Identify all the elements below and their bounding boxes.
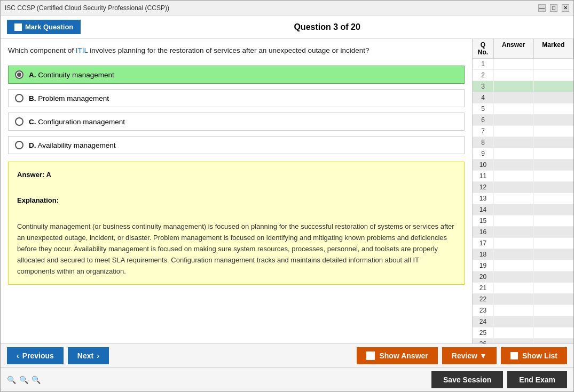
question-row-4[interactable]: 4 (473, 92, 573, 103)
q-marked-1 (534, 59, 573, 69)
zoom-out-button[interactable]: 🔍 (19, 375, 28, 384)
q-marked-15 (534, 215, 573, 226)
q-marked-22 (534, 294, 573, 305)
question-row-21[interactable]: 21 (473, 283, 573, 294)
save-session-button[interactable]: Save Session (431, 371, 503, 388)
q-number-10: 10 (473, 159, 494, 170)
question-row-20[interactable]: 20 (473, 271, 573, 283)
q-number-6: 6 (473, 115, 494, 125)
q-answer-21 (494, 283, 534, 293)
q-marked-19 (534, 260, 573, 271)
next-button[interactable]: Next › (68, 347, 109, 364)
question-row-6[interactable]: 6 (473, 115, 573, 126)
question-row-12[interactable]: 12 (473, 182, 573, 193)
question-row-13[interactable]: 13 (473, 193, 573, 204)
question-row-7[interactable]: 7 (473, 126, 573, 137)
q-number-5: 5 (473, 103, 494, 114)
show-list-button[interactable]: ✓ Show List (501, 347, 567, 364)
q-answer-4 (494, 92, 534, 103)
q-number-12: 12 (473, 182, 494, 193)
question-row-26[interactable]: 26 (473, 339, 573, 343)
q-answer-19 (494, 260, 534, 271)
q-number-23: 23 (473, 305, 494, 316)
option-d[interactable]: D. Availability management (8, 136, 465, 154)
main-window: ISC CCSP (Certified Cloud Security Profe… (0, 0, 574, 392)
option-a[interactable]: A. Continuity management (8, 66, 465, 84)
maximize-button[interactable]: □ (550, 4, 557, 12)
question-row-14[interactable]: 14 (473, 204, 573, 215)
option-b-radio (15, 94, 23, 102)
zoom-out-large-button[interactable]: 🔍 (7, 375, 16, 384)
explanation-label: Explanation: (17, 195, 455, 206)
question-title: Question 3 of 20 (87, 22, 567, 32)
question-text: Which component of ITIL involves plannin… (8, 45, 465, 56)
zoom-controls: 🔍 🔍 🔍 (7, 375, 41, 384)
question-row-17[interactable]: 17 (473, 238, 573, 249)
q-marked-20 (534, 271, 573, 282)
left-panel: Which component of ITIL involves plannin… (1, 39, 472, 343)
question-row-9[interactable]: 9 (473, 148, 573, 159)
question-row-3[interactable]: 3 (473, 81, 573, 92)
question-row-1[interactable]: 1 (473, 59, 573, 70)
q-number-21: 21 (473, 283, 494, 293)
q-answer-5 (494, 103, 534, 114)
q-answer-16 (494, 227, 534, 237)
mark-icon: ■ (14, 23, 22, 31)
option-b[interactable]: B. Problem management (8, 89, 465, 107)
question-row-2[interactable]: 2 (473, 70, 573, 81)
question-row-16[interactable]: 16 (473, 227, 573, 238)
right-panel-header: Q No. Answer Marked (473, 39, 573, 59)
q-marked-16 (534, 227, 573, 237)
explanation-text: Continuity management (or business conti… (17, 221, 455, 277)
question-row-5[interactable]: 5 (473, 103, 573, 115)
q-number-26: 26 (473, 339, 494, 343)
question-row-24[interactable]: 24 (473, 316, 573, 327)
previous-button[interactable]: ‹ Previous (7, 347, 64, 364)
q-marked-9 (534, 148, 573, 159)
end-exam-button[interactable]: End Exam (507, 371, 567, 388)
review-button[interactable]: Review ▼ (442, 347, 497, 364)
q-number-9: 9 (473, 148, 494, 159)
review-label: Review (452, 351, 477, 360)
close-button[interactable]: ✕ (562, 4, 569, 12)
next-chevron-icon: › (97, 351, 99, 360)
q-marked-12 (534, 182, 573, 193)
option-c-label: C. Configuration management (29, 118, 125, 126)
q-answer-6 (494, 115, 534, 125)
question-row-25[interactable]: 25 (473, 327, 573, 339)
question-row-19[interactable]: 19 (473, 260, 573, 271)
q-answer-22 (494, 294, 534, 305)
question-row-23[interactable]: 23 (473, 305, 573, 316)
q-number-17: 17 (473, 238, 494, 249)
minimize-button[interactable]: — (538, 4, 546, 12)
bottom-bar: ‹ Previous Next › ■ Show Answer Review ▼… (1, 343, 573, 367)
q-answer-2 (494, 70, 534, 81)
q-number-25: 25 (473, 327, 494, 338)
question-row-18[interactable]: 18 (473, 249, 573, 260)
q-marked-3 (534, 81, 573, 92)
zoom-in-button[interactable]: 🔍 (32, 375, 41, 384)
show-answer-icon: ■ (366, 351, 375, 360)
question-row-8[interactable]: 8 (473, 137, 573, 148)
question-row-10[interactable]: 10 (473, 159, 573, 171)
q-number-14: 14 (473, 204, 494, 215)
q-number-13: 13 (473, 193, 494, 204)
q-answer-11 (494, 171, 534, 181)
question-row-15[interactable]: 15 (473, 215, 573, 227)
q-marked-8 (534, 137, 573, 148)
q-number-7: 7 (473, 126, 494, 137)
option-b-label: B. Problem management (29, 94, 109, 102)
option-c-radio (15, 117, 23, 126)
mark-question-button[interactable]: ■ Mark Question (7, 20, 81, 34)
col-qno: Q No. (473, 39, 494, 58)
q-number-3: 3 (473, 81, 494, 92)
next-label: Next (77, 351, 93, 360)
question-row-22[interactable]: 22 (473, 294, 573, 305)
option-c[interactable]: C. Configuration management (8, 113, 465, 131)
show-answer-button[interactable]: ■ Show Answer (357, 347, 437, 364)
q-marked-13 (534, 193, 573, 204)
question-row-11[interactable]: 11 (473, 171, 573, 182)
show-list-check-icon: ✓ (510, 352, 518, 359)
q-number-4: 4 (473, 92, 494, 103)
q-marked-25 (534, 327, 573, 338)
